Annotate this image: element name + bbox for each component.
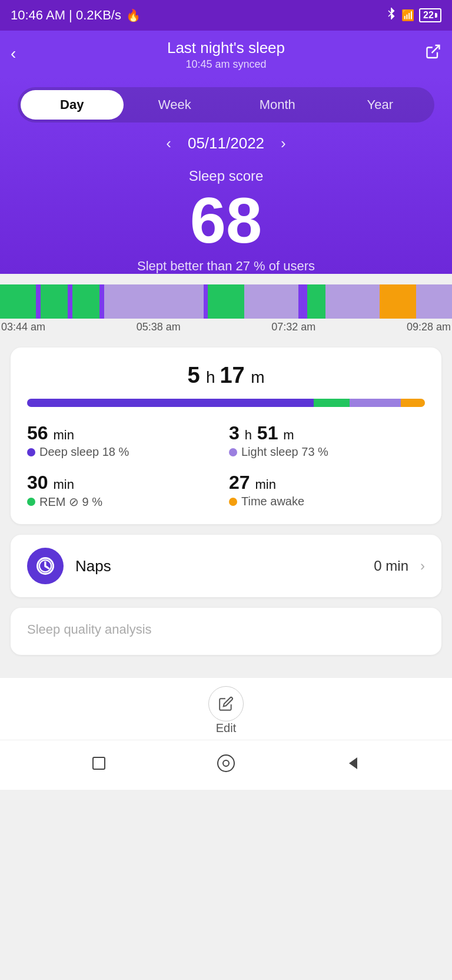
edit-label: Edit — [216, 721, 236, 735]
timeline-section: 03:44 am 05:38 am 07:32 am 09:28 am — [0, 284, 452, 336]
date-navigation: ‹ 05/11/2022 › — [18, 134, 434, 153]
back-system-button[interactable] — [341, 751, 365, 776]
next-date-button[interactable]: › — [281, 134, 286, 153]
tab-month[interactable]: Month — [226, 90, 329, 120]
analysis-label: Sleep quality analysis — [27, 622, 425, 637]
timeline-segment-light4 — [416, 284, 452, 319]
flame-icon: 🔥 — [126, 8, 141, 22]
svg-rect-2 — [93, 757, 105, 769]
bluetooth-icon — [386, 7, 397, 24]
naps-value: 0 min — [374, 558, 408, 574]
tab-day[interactable]: Day — [21, 90, 124, 120]
sleep-hours: 5 — [187, 363, 206, 388]
prev-date-button[interactable]: ‹ — [166, 134, 171, 153]
sleep-score-label: Sleep score — [18, 168, 434, 184]
timeline-segment-gap2 — [68, 284, 72, 319]
rem-label: REM ⊘ 9 % — [39, 495, 102, 509]
deep-sleep-dot — [27, 448, 35, 456]
stat-awake: 27 min Time awake — [229, 472, 425, 509]
naps-icon — [27, 548, 64, 584]
timeline-segment-green5 — [226, 284, 244, 319]
stat-light-sleep: 3 h 51 m Light sleep 73 % — [229, 422, 425, 459]
stat-deep-sleep: 56 min Deep sleep 18 % — [27, 422, 223, 459]
progress-light — [350, 399, 401, 407]
timeline-segment-green6 — [307, 284, 325, 319]
timeline-segment-light3 — [325, 284, 380, 319]
timeline-segment-gap1 — [36, 284, 41, 319]
timeline-labels: 03:44 am 05:38 am 07:32 am 09:28 am — [0, 319, 452, 336]
timeline-label-1: 03:44 am — [1, 321, 45, 333]
header-title: Last night's sleep — [167, 39, 285, 57]
sleep-progress-bar — [27, 399, 425, 407]
deep-sleep-label: Deep sleep 18 % — [39, 445, 129, 459]
main-content: 5 h 17 m 56 min Deep sleep 18 % 3 h 51 m — [0, 336, 452, 677]
naps-chevron-icon: › — [420, 558, 425, 574]
signal-icon: 📶 — [401, 9, 414, 22]
analysis-card: Sleep quality analysis — [11, 608, 441, 655]
system-nav-bar — [0, 740, 452, 790]
header: ‹ Last night's sleep 10:45 am synced — [0, 31, 452, 77]
progress-awake — [401, 399, 425, 407]
timeline-bar — [0, 284, 452, 319]
timeline-segment-gap3 — [99, 284, 104, 319]
progress-deep — [27, 399, 314, 407]
timeline-segment-light1 — [104, 284, 204, 319]
awake-dot — [229, 498, 237, 506]
home-button[interactable] — [214, 751, 238, 776]
timeline-segment-green3 — [72, 284, 99, 319]
period-tabs: Day Week Month Year — [18, 87, 434, 122]
header-subtitle: 10:45 am synced — [185, 58, 266, 71]
status-left: 10:46 AM | 0.2KB/s 🔥 — [11, 8, 141, 23]
edit-button[interactable] — [208, 686, 244, 721]
export-button[interactable] — [425, 44, 441, 64]
status-time: 10:46 AM | 0.2KB/s — [11, 8, 121, 23]
timeline-segment-green2 — [41, 284, 68, 319]
tab-week[interactable]: Week — [124, 90, 227, 120]
svg-point-3 — [218, 755, 234, 772]
timeline-segment-light2 — [244, 284, 298, 319]
sleep-duration-display: 5 h 17 m — [27, 363, 425, 388]
timeline-segment-gap5 — [298, 284, 307, 319]
square-button[interactable] — [87, 751, 111, 776]
svg-point-4 — [223, 760, 229, 766]
naps-label: Naps — [75, 557, 362, 575]
stat-rem: 30 min REM ⊘ 9 % — [27, 472, 223, 509]
timeline-segment-awake — [380, 284, 416, 319]
status-bar: 10:46 AM | 0.2KB/s 🔥 📶 22 — [0, 0, 452, 31]
sleep-score-sub: Slept better than 27 % of users — [18, 259, 434, 274]
sleep-minutes: 17 — [220, 363, 251, 388]
hero-section: Day Week Month Year ‹ 05/11/2022 › Sleep… — [0, 77, 452, 274]
progress-rem — [314, 399, 350, 407]
awake-label: Time awake — [241, 495, 304, 508]
timeline-segment-green4 — [208, 284, 226, 319]
svg-marker-5 — [349, 757, 357, 769]
timeline-label-2: 05:38 am — [137, 321, 181, 333]
date-display: 05/11/2022 — [188, 134, 264, 153]
bottom-nav: Edit — [0, 677, 452, 740]
sleep-score-value: 68 — [18, 188, 434, 253]
light-sleep-dot — [229, 448, 237, 456]
rem-dot — [27, 498, 35, 506]
sleep-stats-grid: 56 min Deep sleep 18 % 3 h 51 m Light sl… — [27, 422, 425, 509]
sleep-duration-card: 5 h 17 m 56 min Deep sleep 18 % 3 h 51 m — [11, 347, 441, 524]
timeline-label-3: 07:32 am — [271, 321, 315, 333]
battery-icon: 22 — [419, 8, 441, 22]
timeline-label-4: 09:28 am — [407, 321, 451, 333]
tab-year[interactable]: Year — [329, 90, 432, 120]
status-right: 📶 22 — [386, 7, 441, 24]
svg-line-0 — [432, 45, 440, 53]
timeline-segment-gap4 — [204, 284, 208, 319]
light-sleep-label: Light sleep 73 % — [241, 445, 328, 459]
timeline-segment-green1 — [0, 284, 36, 319]
naps-card[interactable]: Naps 0 min › — [11, 535, 441, 597]
back-button[interactable]: ‹ — [11, 44, 16, 63]
